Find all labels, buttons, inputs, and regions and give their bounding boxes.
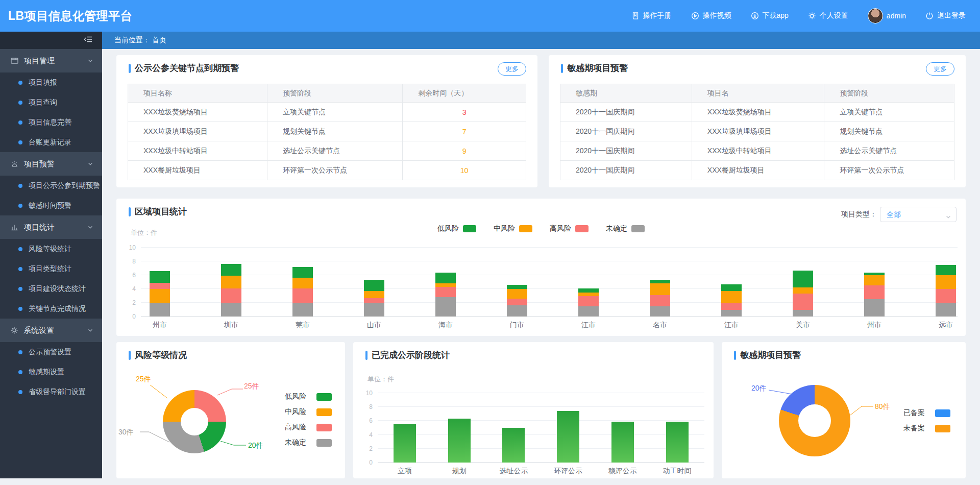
column-header: 预警阶段 bbox=[824, 84, 954, 103]
sidebar-item-2-3[interactable]: 关键节点完成情况 bbox=[0, 299, 102, 319]
topnav-item-1[interactable]: 操作视频 bbox=[691, 11, 731, 20]
bar-green bbox=[448, 419, 471, 463]
legend-item[interactable]: 低风险 bbox=[437, 224, 476, 233]
sidebar-item-1-1[interactable]: 敏感时间预警 bbox=[0, 196, 102, 215]
sidebar-item-label: 台账更新记录 bbox=[29, 138, 71, 147]
bar-segment-low bbox=[721, 284, 742, 292]
cell-project-name: XXX垃圾填埋场项目 bbox=[128, 122, 267, 141]
cell-warning-stage: 环评第一次公示节点 bbox=[267, 161, 403, 180]
stage-stats-card: 已完成公示阶段统计 单位：件 0246810 立项规划选址公示环评公示稳评公示动… bbox=[353, 342, 714, 478]
legend-swatch bbox=[935, 425, 950, 432]
project-type-label: 项目类型： bbox=[841, 210, 877, 219]
bullet-dot bbox=[18, 307, 22, 311]
logout-icon bbox=[925, 12, 934, 20]
sidebar-item-2-1[interactable]: 项目类型统计 bbox=[0, 259, 102, 279]
bar-segment-mid bbox=[150, 289, 170, 303]
sidebar-item-0-0[interactable]: 项目填报 bbox=[0, 72, 102, 92]
legend-item[interactable]: 高风险 bbox=[550, 224, 589, 233]
bar-segment-high bbox=[650, 295, 670, 306]
sidebar-section-3[interactable]: 系统设置 bbox=[0, 319, 102, 342]
topnav-item-4[interactable]: admin bbox=[868, 8, 906, 23]
legend-label: 中风险 bbox=[494, 224, 515, 233]
cell-project-name: XXX垃圾中转站项目 bbox=[128, 141, 267, 161]
legend-item[interactable]: 中风险 bbox=[494, 224, 532, 233]
cell-sensitive-period: 2020十一国庆期间 bbox=[560, 103, 692, 122]
sidebar-item-3-2[interactable]: 省级督导部门设置 bbox=[0, 382, 102, 402]
bar-segment-unknown bbox=[221, 303, 241, 317]
sidebar-item-0-3[interactable]: 台账更新记录 bbox=[0, 132, 102, 152]
legend-item[interactable]: 未备案 bbox=[903, 421, 950, 436]
bar-segment-low bbox=[364, 280, 384, 291]
table-row: XXX垃圾填埋场项目规划关键节点7 bbox=[128, 122, 526, 141]
x-axis-label: 动工时间 bbox=[657, 467, 698, 476]
bar-green bbox=[611, 422, 634, 463]
x-axis-label: 州市 bbox=[139, 321, 180, 330]
donut-hole bbox=[181, 408, 208, 435]
y-axis-tick: 2 bbox=[353, 445, 373, 452]
gridline bbox=[141, 275, 958, 275]
sidebar-item-label: 项目填报 bbox=[29, 78, 57, 87]
sidebar-item-3-1[interactable]: 敏感期设置 bbox=[0, 362, 102, 382]
bullet-dot bbox=[18, 350, 22, 354]
sidebar-item-3-0[interactable]: 公示预警设置 bbox=[0, 342, 102, 362]
topnav-item-3[interactable]: 个人设置 bbox=[808, 11, 848, 20]
sidebar-item-1-0[interactable]: 项目公示公参到期预警 bbox=[0, 176, 102, 196]
sidebar-collapse-button[interactable] bbox=[0, 32, 102, 49]
legend-label: 已备案 bbox=[903, 408, 930, 418]
bar-segment-low bbox=[793, 271, 813, 288]
sensitive-warning-card: 敏感期项目预警 更多 敏感期项目名预警阶段2020十一国庆期间XXX垃圾焚烧场项… bbox=[549, 55, 966, 187]
y-axis-tick: 8 bbox=[116, 258, 136, 265]
topnav-item-label: 操作视频 bbox=[703, 11, 731, 20]
sidebar-item-0-2[interactable]: 项目信息完善 bbox=[0, 112, 102, 132]
topnav-item-2[interactable]: 下载app bbox=[751, 11, 789, 20]
project-type-select[interactable]: 全部 bbox=[880, 207, 957, 222]
node-warning-more-button[interactable]: 更多 bbox=[498, 62, 526, 76]
y-axis-tick: 0 bbox=[353, 459, 373, 466]
sidebar-item-2-0[interactable]: 风险等级统计 bbox=[0, 239, 102, 259]
table-row: 2020十一国庆期间XXX垃圾填埋场项目规划关键节点 bbox=[560, 122, 954, 141]
table-row: 2020十一国庆期间XXX垃圾中转站项目选址公示关键节点 bbox=[560, 141, 954, 161]
legend-item[interactable]: 未确定 bbox=[285, 435, 332, 450]
donut bbox=[779, 385, 850, 456]
bar-segment-low bbox=[578, 288, 599, 293]
node-warning-title: 公示公参关键节点到期预警 bbox=[129, 63, 239, 74]
cell-warning-stage: 环评第一次公示节点 bbox=[824, 161, 954, 180]
topnav-item-5[interactable]: 退出登录 bbox=[925, 11, 966, 20]
cell-warning-stage: 立项关键节点 bbox=[824, 103, 954, 122]
y-axis-tick: 4 bbox=[353, 431, 373, 439]
bar-segment-high bbox=[292, 288, 313, 303]
breadcrumb-current[interactable]: 首页 bbox=[152, 36, 166, 45]
sidebar-item-label: 项目公示公参到期预警 bbox=[29, 181, 100, 190]
sidebar-section-label: 项目管理 bbox=[24, 56, 55, 66]
legend-item[interactable]: 中风险 bbox=[285, 404, 332, 420]
cell-warning-stage: 选址公示关键节点 bbox=[267, 141, 403, 161]
sidebar-section-1[interactable]: 项目预警 bbox=[0, 152, 102, 176]
sidebar-item-2-2[interactable]: 项目建设状态统计 bbox=[0, 279, 102, 299]
legend-item[interactable]: 低风险 bbox=[285, 389, 332, 404]
topnav-item-0[interactable]: 操作手册 bbox=[631, 11, 672, 20]
sensitive-warning-more-button[interactable]: 更多 bbox=[926, 62, 954, 76]
legend-item[interactable]: 未确定 bbox=[606, 224, 645, 233]
legend-swatch bbox=[316, 439, 332, 447]
bullet-dot bbox=[18, 287, 22, 291]
bar-segment-mid bbox=[221, 276, 241, 288]
bar-segment-low bbox=[650, 280, 670, 283]
cell-warning-stage: 规划关键节点 bbox=[267, 122, 403, 141]
gridline bbox=[141, 288, 958, 289]
gridline bbox=[141, 261, 958, 261]
region-stats-card: 区域项目统计 项目类型： 全部 单位：件 低风险中风险高风险未确定 024681… bbox=[116, 199, 966, 336]
sidebar-item-label: 项目类型统计 bbox=[29, 264, 71, 274]
topnav-item-label: 操作手册 bbox=[643, 11, 672, 20]
cell-sensitive-period: 2020十一国庆期间 bbox=[560, 161, 692, 180]
legend-item[interactable]: 已备案 bbox=[903, 405, 950, 421]
sidebar-item-label: 项目查询 bbox=[29, 98, 57, 107]
legend-item[interactable]: 高风险 bbox=[285, 420, 332, 435]
sidebar-section-0[interactable]: 项目管理 bbox=[0, 49, 102, 72]
gridline bbox=[378, 420, 704, 421]
chevron-down-icon bbox=[87, 224, 94, 231]
sidebar-section-2[interactable]: 项目统计 bbox=[0, 215, 102, 239]
collapse-menu-icon bbox=[84, 35, 93, 45]
sidebar-item-0-1[interactable]: 项目查询 bbox=[0, 92, 102, 112]
gridline bbox=[141, 302, 958, 303]
bullet-dot bbox=[18, 247, 22, 251]
